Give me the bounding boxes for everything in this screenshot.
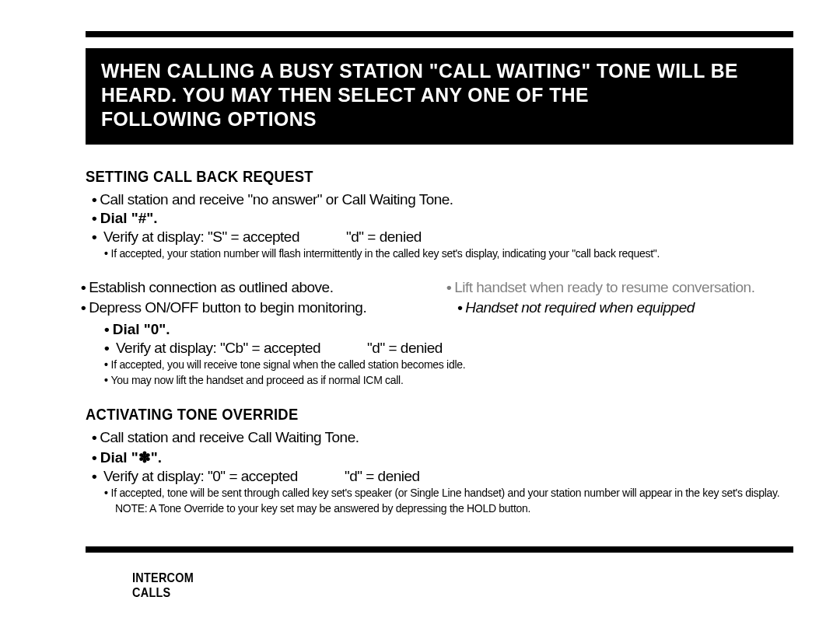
callback-verify-a: Verify at display: "S" = accepted <box>103 229 299 245</box>
tone-note-1: If accepted, tone will be sent through c… <box>86 487 793 501</box>
hero-box: WHEN CALLING A BUSY STATION "CALL WAITIN… <box>86 48 793 145</box>
frag-lift: Lift handset when ready to resume conver… <box>451 278 793 297</box>
frag-establish: Establish connection as outlined above. <box>86 278 428 297</box>
footer-line-2: CALLS <box>132 586 701 601</box>
hero-line-2: HEARD. YOU MAY THEN SELECT ANY ONE OF TH… <box>101 83 744 107</box>
middle-verify-b: "d" = denied <box>367 340 443 356</box>
tone-verify-a: Verify at display: "0" = accepted <box>103 468 298 484</box>
content: SETTING CALL BACK REQUEST Call station a… <box>86 168 801 516</box>
callback-dial: Dial "#". <box>86 210 793 227</box>
middle-verify-a: Verify at display: "Cb" = accepted <box>116 340 320 356</box>
middle-note-2: You may now lift the handset and proceed… <box>86 374 793 388</box>
frag-handset-ital: Handset not required when equipped <box>451 298 793 317</box>
fragment-left: Establish connection as outlined above. … <box>86 278 428 319</box>
bottom-rule <box>86 546 793 553</box>
fragment-region: Establish connection as outlined above. … <box>86 278 793 319</box>
callback-verify-b: "d" = denied <box>346 229 422 245</box>
tone-verify: Verify at display: "0" = accepted"d" = d… <box>86 468 793 485</box>
callback-verify: Verify at display: "S" = accepted"d" = d… <box>86 229 793 246</box>
footer-label: INTERCOM CALLS <box>86 571 801 600</box>
footer-line-1: INTERCOM <box>132 571 701 586</box>
fragment-right: Lift handset when ready to resume conver… <box>451 278 793 319</box>
middle-steps: Dial "0". Verify at display: "Cb" = acce… <box>86 321 793 387</box>
middle-verify: Verify at display: "Cb" = accepted"d" = … <box>86 340 793 357</box>
frag-depress: Depress ON/OFF button to begin monitorin… <box>86 298 428 317</box>
top-rule <box>86 31 793 37</box>
middle-dial: Dial "0". <box>86 321 793 338</box>
tone-note-2: NOTE: A Tone Override to your key set ma… <box>86 502 793 516</box>
tone-verify-b: "d" = denied <box>345 468 420 484</box>
section-tone-heading: ACTIVATING TONE OVERRIDE <box>86 406 737 424</box>
section-tone-steps: Call station and receive Call Waiting To… <box>86 428 793 515</box>
section-callback-steps: Call station and receive "no answer" or … <box>86 190 793 261</box>
callback-step-1: Call station and receive "no answer" or … <box>86 190 793 209</box>
tone-dial: Dial "✽". <box>86 448 793 466</box>
tone-step-1: Call station and receive Call Waiting To… <box>86 428 793 447</box>
hero-line-3: FOLLOWING OPTIONS <box>101 107 744 131</box>
hero-line-1: WHEN CALLING A BUSY STATION "CALL WAITIN… <box>101 59 744 83</box>
middle-note-1: If accepted, you will receive tone signa… <box>86 358 793 372</box>
page: WHEN CALLING A BUSY STATION "CALL WAITIN… <box>0 0 840 642</box>
section-callback-heading: SETTING CALL BACK REQUEST <box>86 168 737 186</box>
callback-note-1: If accepted, your station number will fl… <box>86 247 793 261</box>
